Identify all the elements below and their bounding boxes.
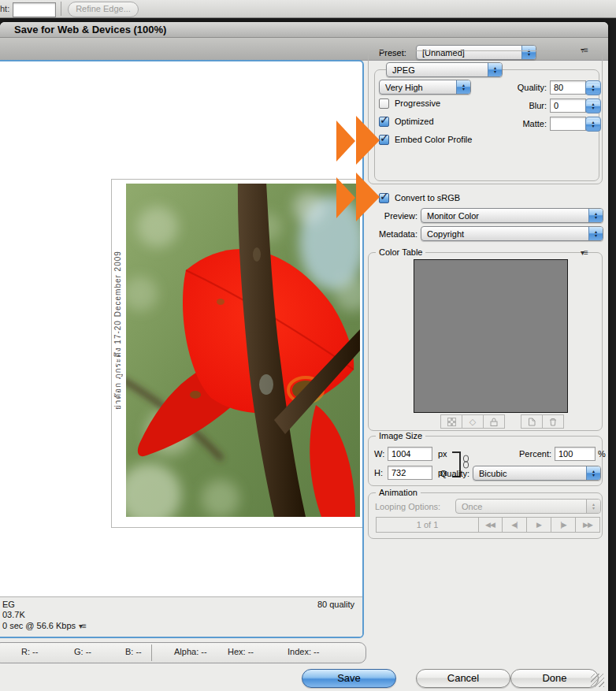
compression-popup[interactable]: Very High▴▾ bbox=[379, 80, 471, 95]
photo-red-leaves bbox=[126, 184, 360, 517]
resample-quality-popup[interactable]: Bicubic▴▾ bbox=[473, 466, 601, 481]
trash-icon bbox=[549, 418, 557, 426]
annotation-arrow-big-srgb bbox=[356, 173, 380, 221]
last-frame-button: ▶▶ bbox=[576, 517, 600, 533]
height-field[interactable]: 732 bbox=[388, 466, 432, 480]
matte-field[interactable] bbox=[550, 117, 586, 131]
frame-indicator: 1 of 1 bbox=[376, 517, 479, 533]
metadata-label: Metadata: bbox=[362, 229, 417, 239]
info-b: B: -- bbox=[125, 647, 142, 656]
popup-stepper-cap: ▴▾ bbox=[586, 500, 600, 513]
height-label: H: bbox=[374, 468, 383, 477]
quality-field[interactable]: 80 bbox=[550, 80, 586, 95]
blur-field[interactable]: 0 bbox=[550, 98, 586, 113]
annotation-arrow-big-embed bbox=[356, 116, 380, 165]
animation-label: Animation bbox=[376, 488, 421, 497]
check-icon: ✓ bbox=[380, 113, 389, 126]
lock-icon bbox=[490, 418, 498, 426]
color-table-flyout-icon[interactable]: ▾≡ bbox=[581, 249, 588, 257]
annotation-arrow-small-srgb bbox=[336, 177, 355, 218]
refine-edge-button[interactable]: Refine Edge... bbox=[68, 2, 139, 17]
popup-stepper-cap: ▴▾ bbox=[586, 466, 600, 480]
popup-stepper-cap: ▴▾ bbox=[488, 63, 502, 76]
info-g: G: -- bbox=[74, 647, 91, 656]
info-alpha: Alpha: -- bbox=[174, 647, 207, 656]
blur-stepper[interactable]: ▴▾ bbox=[585, 98, 601, 113]
status-quality: 80 quality bbox=[317, 600, 354, 609]
play-button: ▶ bbox=[527, 517, 551, 533]
quality-label: Quality: bbox=[504, 83, 547, 92]
save-for-web-dialog: Save for Web & Devices (100%) ย่าต๊อก ภู… bbox=[0, 22, 608, 691]
color-table-label: Color Table bbox=[376, 247, 425, 257]
embed-color-profile-label: Embed Color Profile bbox=[395, 135, 472, 144]
popup-stepper-cap: ▴▾ bbox=[588, 227, 603, 240]
width-field[interactable]: 1004 bbox=[388, 447, 432, 461]
height-input[interactable] bbox=[13, 2, 56, 17]
dialog-title-bar[interactable]: Save for Web & Devices (100%) bbox=[0, 22, 608, 38]
dialog-title: Save for Web & Devices (100%) bbox=[14, 22, 166, 37]
info-index: Index: -- bbox=[288, 647, 319, 656]
progressive-checkbox[interactable]: ✓ bbox=[379, 98, 389, 109]
next-frame-button: |▶ bbox=[551, 517, 576, 533]
popup-stepper-cap: ▴▾ bbox=[588, 209, 603, 222]
transparency-button[interactable] bbox=[440, 414, 462, 429]
optimized-label: Optimized bbox=[395, 117, 434, 126]
percent-unit: % bbox=[598, 449, 606, 459]
previous-frame-button: ◀| bbox=[503, 517, 527, 533]
metadata-popup[interactable]: Copyright▴▾ bbox=[421, 226, 603, 241]
popup-stepper-cap: ▴▾ bbox=[456, 80, 470, 94]
cancel-button[interactable]: Cancel bbox=[416, 669, 510, 688]
progressive-label: Progressive bbox=[395, 98, 440, 108]
embed-color-profile-checkbox[interactable]: ✓ bbox=[379, 135, 389, 145]
preview-popup[interactable]: Monitor Color▴▾ bbox=[421, 208, 603, 223]
looping-options-label: Looping Options: bbox=[375, 502, 440, 511]
height-label: ht: bbox=[0, 4, 9, 13]
annotation-arrow-small-embed bbox=[336, 121, 355, 162]
new-color-icon bbox=[528, 418, 536, 426]
toolbar-divider bbox=[61, 2, 61, 16]
link-chain-icon bbox=[462, 455, 470, 469]
info-r: R: -- bbox=[21, 647, 38, 656]
photo-caption: ย่าต๊อก ภูกระดึง 17-20 December 2009 bbox=[112, 181, 124, 410]
resample-quality-label: Quality: bbox=[430, 469, 469, 478]
width-unit: px bbox=[438, 449, 447, 459]
optimized-checkbox[interactable]: ✓ bbox=[379, 117, 389, 127]
convert-to-srgb-checkbox[interactable]: ✓ bbox=[379, 193, 389, 203]
status-download-time: 0 sec @ 56.6 Kbps bbox=[2, 621, 76, 630]
info-hex: Hex: -- bbox=[228, 647, 254, 656]
image-size-label: Image Size bbox=[376, 431, 425, 440]
quality-stepper[interactable]: ▴▾ bbox=[585, 80, 601, 95]
cube-icon: ◇ bbox=[469, 417, 476, 427]
new-color-button[interactable] bbox=[521, 414, 543, 429]
looping-options-popup: Once▴▾ bbox=[455, 499, 601, 514]
delete-color-button[interactable] bbox=[543, 414, 564, 429]
done-button[interactable]: Done bbox=[510, 669, 599, 688]
lock-color-button[interactable] bbox=[484, 414, 505, 429]
percent-field[interactable]: 100 bbox=[555, 447, 596, 461]
blur-label: Blur: bbox=[504, 101, 547, 110]
check-icon: ✓ bbox=[380, 132, 389, 144]
width-label: W: bbox=[374, 449, 384, 459]
options-bar: ht: Refine Edge... bbox=[0, 0, 616, 18]
preview-status-bar: EG 03.7K 0 sec @ 56.6 Kbps ▾≡ 80 quality bbox=[0, 596, 362, 637]
color-table-area[interactable] bbox=[414, 259, 568, 413]
matte-label: Matte: bbox=[504, 119, 547, 128]
check-icon: ✓ bbox=[380, 190, 389, 202]
status-format: EG bbox=[2, 600, 15, 609]
status-filesize: 03.7K bbox=[2, 610, 25, 619]
percent-label: Percent: bbox=[504, 449, 551, 459]
info-divider bbox=[151, 645, 152, 661]
optimized-preview-pane[interactable]: ย่าต๊อก ภูกระดึง 17-20 December 2009 bbox=[0, 60, 364, 638]
convert-to-srgb-label: Convert to sRGB bbox=[395, 193, 460, 202]
resize-grip[interactable] bbox=[591, 674, 604, 687]
color-info-bar: R: -- G: -- B: -- Alpha: -- Hex: -- Inde… bbox=[0, 642, 366, 663]
transparency-icon bbox=[447, 418, 456, 426]
first-frame-button: ◀◀ bbox=[478, 517, 503, 533]
download-speed-flyout-icon[interactable]: ▾≡ bbox=[79, 622, 86, 630]
web-shift-button[interactable]: ◇ bbox=[462, 414, 484, 429]
save-button[interactable]: Save bbox=[302, 669, 396, 688]
matte-stepper[interactable]: ▴▾ bbox=[585, 117, 601, 132]
format-popup[interactable]: JPEG▴▾ bbox=[386, 62, 503, 77]
